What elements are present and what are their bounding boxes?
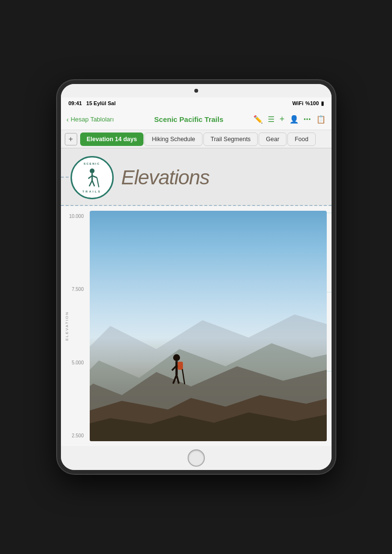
time-display: 09:41 (69, 100, 82, 106)
svg-line-5 (92, 181, 95, 186)
tab-elevation-14-days[interactable]: Elevation 14 days (80, 132, 144, 146)
battery-icon: ▮ (321, 100, 324, 107)
sheet-header: SCENIC TRAILS (61, 148, 332, 206)
status-bar: 09:41 15 Eylül Sal WiFi %100 ▮ (61, 97, 332, 109)
date-display: 15 Eylül Sal (86, 100, 116, 106)
y-axis-label: ELEVATION (65, 311, 69, 341)
dashed-line-left (61, 177, 69, 178)
status-time: 09:41 15 Eylül Sal (69, 100, 116, 106)
battery-percent: %100 (305, 100, 319, 106)
pin-icon[interactable]: ✏️ (253, 115, 263, 124)
y-tick-10000: 10.000 (65, 214, 86, 219)
y-tick-2500: 2.500 (65, 433, 86, 438)
back-chevron-icon: ‹ (67, 116, 69, 123)
tab-bar: + Elevation 14 days Hiking Schedule Trai… (61, 130, 332, 148)
hiker-svg (82, 166, 103, 189)
device-top (61, 84, 332, 97)
plus-icon: + (69, 135, 73, 144)
device-bottom (61, 446, 332, 470)
more-icon[interactable]: ••• (304, 116, 311, 123)
chart-area: ELEVATION 10.000 7.500 5.000 2.500 (61, 206, 332, 446)
svg-point-0 (90, 169, 95, 173)
tab-hiking-schedule[interactable]: Hiking Schedule (144, 132, 202, 146)
nav-bar: ‹ Hesap Tabloları Scenic Pacific Trails … (61, 109, 332, 130)
nav-actions: ✏️ ☰ + 👤 ••• 📋 (253, 114, 325, 124)
tab-trail-segments[interactable]: Trail Segments (203, 132, 258, 146)
add-icon[interactable]: + (279, 114, 285, 124)
photo-background (90, 211, 327, 441)
y-tick-7500: 7.500 (65, 287, 86, 292)
svg-point-12 (173, 354, 179, 361)
logo-top-text: SCENIC (83, 162, 100, 165)
trail-logo: SCENIC TRAILS (71, 156, 114, 199)
svg-line-4 (89, 181, 92, 186)
chart-plot (90, 206, 332, 446)
list-icon[interactable]: ☰ (268, 115, 274, 124)
home-button[interactable] (188, 449, 205, 467)
y-axis: ELEVATION 10.000 7.500 5.000 2.500 (61, 206, 90, 446)
wifi-icon: WiFi (292, 100, 303, 106)
camera-dot (194, 89, 198, 93)
back-label[interactable]: Hesap Tabloları (71, 116, 114, 123)
y-tick-5000: 5.000 (65, 360, 86, 365)
svg-rect-18 (178, 361, 183, 370)
share-icon[interactable]: 👤 (289, 115, 299, 124)
logo-bottom-text: TRAILS (83, 190, 102, 193)
main-content: SCENIC TRAILS (61, 148, 332, 446)
mountain-svg (90, 211, 327, 441)
elevation-photo (90, 211, 327, 441)
sheet-title: Elevations (121, 166, 210, 189)
doc-icon[interactable]: 📋 (316, 115, 326, 124)
ipad-device: 09:41 15 Eylül Sal WiFi %100 ▮ ‹ Hesap T… (57, 80, 335, 474)
tab-food[interactable]: Food (287, 132, 316, 146)
svg-line-6 (97, 178, 99, 187)
nav-back-button[interactable]: ‹ Hesap Tabloları (67, 116, 124, 123)
add-sheet-button[interactable]: + (65, 133, 77, 145)
tab-gear[interactable]: Gear (259, 132, 286, 146)
nav-title: Scenic Pacific Trails (124, 115, 254, 123)
logo-circle: SCENIC TRAILS (71, 156, 114, 199)
status-right: WiFi %100 ▮ (292, 100, 323, 107)
